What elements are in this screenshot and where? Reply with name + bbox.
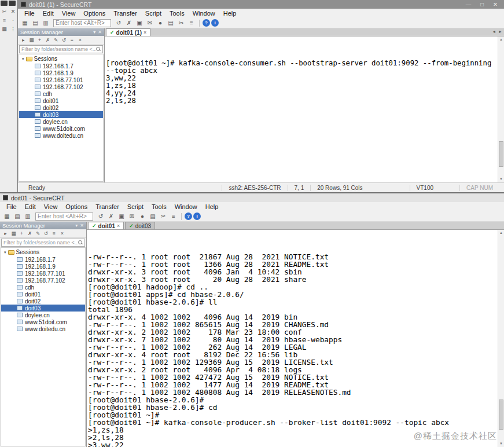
- close-button[interactable]: ✕: [493, 0, 498, 9]
- terminal-scrollbar[interactable]: ▲ ▼: [498, 36, 504, 182]
- menu-item[interactable]: Help: [201, 203, 223, 210]
- tab-scroll-left-icon[interactable]: ◄: [492, 30, 496, 34]
- help-icon[interactable]: ?: [203, 19, 210, 27]
- sm-sort-icon[interactable]: ≡: [50, 230, 58, 237]
- titlebar[interactable]: doit01 (1) - SecureCRT — □ ✕: [18, 0, 504, 9]
- sm-folder-icon[interactable]: ▦: [10, 230, 17, 237]
- session-item[interactable]: doit03: [19, 111, 103, 118]
- terminal-output[interactable]: [root@doit01 ~]# kafka-console-consumer.…: [105, 36, 498, 182]
- menu-item[interactable]: Edit: [21, 203, 40, 210]
- collapse-icon[interactable]: ▾: [22, 57, 24, 61]
- scissors-icon[interactable]: ✂: [1, 8, 8, 15]
- session-item[interactable]: doit01: [19, 97, 103, 104]
- help-icon[interactable]: ?: [185, 212, 192, 220]
- menu-item[interactable]: Tools: [165, 10, 189, 17]
- menu-item[interactable]: Window: [189, 10, 219, 17]
- sm-remove-icon[interactable]: ✗: [26, 230, 34, 237]
- terminal-tab[interactable]: ✓ doit01 ×: [88, 222, 124, 229]
- panel-menu-icon[interactable]: ▾: [75, 223, 78, 228]
- dot-icon[interactable]: ·: [9, 16, 17, 24]
- session-item[interactable]: doylee.cn: [19, 118, 103, 125]
- copy-icon[interactable]: ▣: [117, 212, 126, 221]
- session-item[interactable]: www.51doit.com: [19, 125, 103, 132]
- tab-close-icon[interactable]: ×: [117, 223, 120, 229]
- session-item[interactable]: cdh: [19, 90, 103, 97]
- session-item[interactable]: www.doitedu.cn: [1, 325, 85, 332]
- reconnect-icon[interactable]: ↺: [96, 212, 105, 221]
- panel-close-icon[interactable]: ✕: [80, 223, 84, 228]
- menu-item[interactable]: Edit: [39, 10, 58, 17]
- quick-connect-icon[interactable]: ▤: [31, 19, 40, 27]
- host-input[interactable]: [35, 212, 93, 221]
- scroll-up-icon[interactable]: ▲: [498, 36, 504, 43]
- clear-screen-icon[interactable]: ✂: [159, 212, 168, 221]
- menu-item[interactable]: Transfer: [109, 10, 141, 17]
- session-item[interactable]: doylee.cn: [1, 312, 85, 318]
- menu-item[interactable]: Options: [79, 10, 109, 17]
- session-filter-input[interactable]: Filter by folder/session name <...: [19, 45, 103, 53]
- grid-icon[interactable]: ▦: [1, 25, 8, 32]
- tree-root-sessions[interactable]: ▾ Sessions: [19, 55, 103, 63]
- terminal-tab[interactable]: ✓ doit01 (1) ×: [106, 28, 150, 36]
- terminal-tab[interactable]: ✓ doit03: [125, 222, 155, 229]
- find-icon[interactable]: ●: [138, 212, 147, 221]
- sm-sort-icon[interactable]: ≡: [68, 36, 76, 44]
- host-input[interactable]: [53, 19, 111, 27]
- sm-new-session-icon[interactable]: +: [36, 36, 43, 44]
- sm-connect-icon[interactable]: ▸: [20, 36, 27, 44]
- more-icon[interactable]: ⋮: [9, 25, 17, 32]
- tree-root-sessions[interactable]: ▾ Sessions: [1, 248, 85, 256]
- find-icon[interactable]: ●: [156, 19, 165, 27]
- print-icon[interactable]: ▤: [166, 19, 175, 27]
- panel-menu-icon[interactable]: ▾: [93, 30, 95, 35]
- tab-close-icon[interactable]: ×: [144, 30, 146, 35]
- clear-screen-icon[interactable]: ✂: [176, 19, 186, 27]
- session-item[interactable]: 192.168.1.9: [1, 263, 85, 270]
- session-item[interactable]: 192.168.77.101: [19, 76, 103, 83]
- session-item[interactable]: cdh: [1, 284, 85, 291]
- scroll-up-icon[interactable]: ▲: [498, 230, 504, 236]
- scroll-down-icon[interactable]: ▼: [498, 176, 504, 182]
- collapse-icon[interactable]: ▾: [4, 250, 6, 255]
- session-item[interactable]: doit02: [19, 104, 103, 111]
- menu-item[interactable]: Transfer: [91, 203, 123, 210]
- reconnect-icon[interactable]: ↺: [114, 19, 123, 27]
- session-item[interactable]: 192.168.77.102: [1, 277, 85, 284]
- print-icon[interactable]: ▤: [148, 212, 157, 221]
- menu-item[interactable]: Window: [171, 203, 201, 210]
- panel-close-icon[interactable]: ✕: [98, 30, 102, 35]
- about-icon[interactable]: i: [211, 19, 219, 27]
- menu-item[interactable]: Options: [61, 203, 91, 210]
- scroll-down-icon[interactable]: ▼: [498, 441, 504, 447]
- close-icon[interactable]: ✕: [9, 8, 17, 15]
- sm-refresh-icon[interactable]: ↺: [42, 230, 50, 237]
- menu-item[interactable]: Script: [141, 10, 165, 17]
- session-manager-toggle-icon[interactable]: ▦: [20, 19, 30, 27]
- paste-icon[interactable]: ✉: [127, 212, 137, 221]
- session-item[interactable]: doit01: [1, 291, 85, 298]
- session-item[interactable]: 192.168.1.7: [1, 256, 85, 263]
- sm-connect-icon[interactable]: ▸: [2, 230, 9, 237]
- scrollbar-thumb[interactable]: [499, 400, 503, 430]
- sm-close-icon[interactable]: ×: [58, 230, 66, 237]
- session-item[interactable]: 192.168.77.101: [1, 270, 85, 277]
- session-filter-input[interactable]: Filter by folder/session name <...: [1, 239, 85, 247]
- menu-item[interactable]: File: [20, 10, 39, 17]
- session-item[interactable]: 192.168.1.7: [19, 63, 103, 69]
- about-icon[interactable]: i: [193, 212, 201, 220]
- connect-dialog-icon[interactable]: ▥: [41, 19, 50, 27]
- session-item[interactable]: www.doitedu.cn: [19, 132, 103, 139]
- session-options-icon[interactable]: ≡: [169, 212, 178, 221]
- disconnect-icon[interactable]: ✗: [124, 19, 134, 27]
- paste-icon[interactable]: ✉: [145, 19, 154, 27]
- scrollbar-thumb[interactable]: [499, 141, 503, 167]
- menu-item[interactable]: View: [40, 203, 62, 210]
- menu-item[interactable]: Tools: [148, 203, 171, 210]
- connect-dialog-icon[interactable]: ▥: [23, 212, 32, 221]
- menu-item[interactable]: Help: [219, 10, 241, 17]
- sm-properties-icon[interactable]: ✎: [52, 36, 60, 44]
- sm-close-icon[interactable]: ×: [76, 36, 84, 44]
- titlebar[interactable]: doit01 - SecureCRT: [0, 193, 504, 202]
- sm-remove-icon[interactable]: ✗: [44, 36, 51, 44]
- menu-item[interactable]: File: [2, 203, 21, 210]
